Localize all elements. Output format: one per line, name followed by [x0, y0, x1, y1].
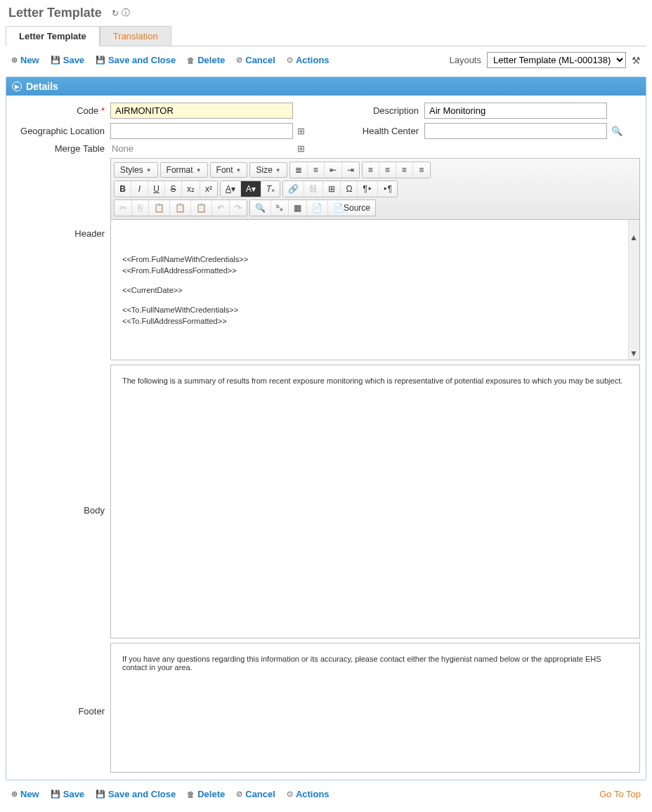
plus-icon: ⊕ — [11, 55, 18, 65]
add-table-icon[interactable]: ⊞ — [297, 143, 305, 154]
styles-dropdown[interactable]: Styles▼ — [114, 162, 158, 178]
geo-label: Geographic Location — [12, 126, 110, 136]
source-button[interactable]: 📄 Source — [328, 200, 375, 216]
strike-icon[interactable]: S — [165, 181, 182, 197]
tabs: Letter Template Translation — [6, 26, 646, 46]
cancel-button-bottom[interactable]: ⊘Cancel — [236, 789, 275, 799]
toolbar-bottom: ⊕New 💾Save 💾Save and Close 🗑Delete ⊘Canc… — [0, 783, 652, 805]
new-page-icon[interactable]: 📄 — [307, 200, 328, 216]
undo-icon[interactable]: ↶ — [212, 200, 230, 216]
scroll-down-icon[interactable]: ▼ — [630, 348, 638, 358]
layouts-select[interactable]: Letter Template (ML-000138) — [487, 52, 626, 68]
cut-icon[interactable]: ✂ — [115, 200, 132, 216]
remove-format-icon[interactable]: Tₓ — [261, 181, 280, 197]
body-label: Body — [12, 365, 110, 639]
merge-label: Merge Table — [12, 143, 110, 154]
toolbar-top: ⊕New 💾Save 💾Save and Close 🗑Delete ⊘Canc… — [0, 46, 652, 74]
refresh-icon[interactable]: ↻ — [112, 8, 119, 18]
code-label: Code * — [12, 105, 110, 116]
geo-input[interactable] — [110, 123, 293, 139]
trash-icon: 🗑 — [187, 790, 195, 799]
replace-icon[interactable]: ᵇₐ — [271, 200, 289, 216]
panel-title: Details — [26, 81, 58, 92]
footer-editor[interactable]: If you have any questions regarding this… — [110, 643, 640, 773]
copy-icon[interactable]: ⎘ — [132, 200, 149, 216]
bg-color-icon[interactable]: A▾ — [241, 181, 261, 197]
go-to-top-link[interactable]: Go To Top — [599, 789, 641, 799]
outdent-icon[interactable]: ⇤ — [325, 162, 342, 178]
settings-icon[interactable]: ⚒ — [632, 55, 641, 66]
cancel-button[interactable]: ⊘Cancel — [236, 55, 275, 65]
find-icon[interactable]: 🔍 — [250, 200, 271, 216]
header-editor[interactable]: <<From.FullNameWithCredentials>> <<From.… — [110, 220, 640, 360]
superscript-icon[interactable]: x² — [200, 181, 217, 197]
scroll-up-icon[interactable]: ▲ — [630, 233, 638, 242]
play-icon: ⊙ — [287, 55, 293, 65]
select-all-icon[interactable]: ▦ — [289, 200, 307, 216]
format-dropdown[interactable]: Format▼ — [160, 162, 208, 178]
cancel-icon: ⊘ — [236, 790, 242, 799]
new-button-bottom[interactable]: ⊕New — [11, 789, 39, 799]
indent-icon[interactable]: ⇥ — [342, 162, 359, 178]
save-button-bottom[interactable]: 💾Save — [51, 789, 84, 799]
merge-value: None — [110, 143, 293, 154]
tab-letter-template[interactable]: Letter Template — [6, 26, 100, 46]
delete-button-bottom[interactable]: 🗑Delete — [187, 789, 225, 799]
save-close-button[interactable]: 💾Save and Close — [96, 55, 176, 65]
search-icon[interactable]: 🔍 — [611, 126, 622, 136]
hierarchy-icon[interactable]: ⊞ — [297, 126, 305, 136]
play-icon: ⊙ — [287, 790, 293, 799]
scrollbar[interactable]: ▲ ▼ — [628, 220, 639, 360]
font-dropdown[interactable]: Font▼ — [210, 162, 248, 178]
numbered-list-icon[interactable]: ≡ — [308, 162, 325, 178]
italic-icon[interactable]: I — [131, 181, 148, 197]
new-button[interactable]: ⊕New — [11, 55, 39, 65]
align-right-icon[interactable]: ≡ — [396, 162, 413, 178]
body-editor[interactable]: The following is a summary of results fr… — [110, 365, 640, 639]
paste-word-icon[interactable]: 📋 — [191, 200, 212, 216]
link-icon[interactable]: 🔗 — [283, 181, 304, 197]
subscript-icon[interactable]: x₂ — [182, 181, 200, 197]
details-panel: ▶ Details Code * Description Geographic … — [6, 77, 646, 780]
align-justify-icon[interactable]: ≡ — [413, 162, 430, 178]
cancel-icon: ⊘ — [236, 55, 242, 65]
underline-icon[interactable]: U — [148, 181, 165, 197]
save-button[interactable]: 💾Save — [51, 55, 84, 65]
footer-label: Footer — [12, 643, 110, 773]
code-input[interactable] — [110, 103, 293, 119]
text-color-icon[interactable]: A▾ — [221, 181, 241, 197]
save-icon: 💾 — [96, 790, 105, 799]
layouts-label: Layouts — [449, 55, 481, 65]
delete-button[interactable]: 🗑Delete — [187, 55, 225, 65]
info-icon[interactable]: ⓘ — [122, 7, 130, 19]
bold-icon[interactable]: B — [115, 181, 131, 197]
align-left-icon[interactable]: ≡ — [363, 162, 379, 178]
description-label: Description — [326, 105, 424, 116]
trash-icon: 🗑 — [187, 56, 195, 65]
save-close-button-bottom[interactable]: 💾Save and Close — [96, 789, 176, 799]
unlink-icon[interactable]: ⛓ — [304, 181, 323, 197]
align-center-icon[interactable]: ≡ — [379, 162, 396, 178]
paste-text-icon[interactable]: 📋 — [170, 200, 191, 216]
description-input[interactable] — [424, 103, 607, 119]
actions-button-bottom[interactable]: ⊙Actions — [287, 789, 330, 799]
rtl-icon[interactable]: ‣¶ — [378, 181, 397, 197]
rte-toolbar: Styles▼ Format▼ Font▼ Size▼ ≣ ≡ ⇤ ⇥ ≡ ≡ — [110, 158, 640, 220]
collapse-icon[interactable]: ▶ — [12, 81, 22, 91]
hc-input[interactable] — [424, 123, 607, 139]
plus-icon: ⊕ — [11, 790, 18, 799]
redo-icon[interactable]: ↷ — [230, 200, 247, 216]
save-icon: 💾 — [51, 55, 60, 65]
paste-icon[interactable]: 📋 — [149, 200, 170, 216]
ltr-icon[interactable]: ¶‣ — [358, 181, 377, 197]
page-title: Letter Template — [8, 6, 102, 20]
save-icon: 💾 — [96, 55, 105, 65]
actions-button[interactable]: ⊙Actions — [287, 55, 330, 65]
bulleted-list-icon[interactable]: ≣ — [290, 162, 308, 178]
panel-header[interactable]: ▶ Details — [6, 77, 646, 96]
special-char-icon[interactable]: Ω — [341, 181, 358, 197]
size-dropdown[interactable]: Size▼ — [249, 162, 287, 178]
header-label: Header — [12, 158, 110, 360]
tab-translation[interactable]: Translation — [100, 26, 171, 46]
table-icon[interactable]: ⊞ — [323, 181, 341, 197]
